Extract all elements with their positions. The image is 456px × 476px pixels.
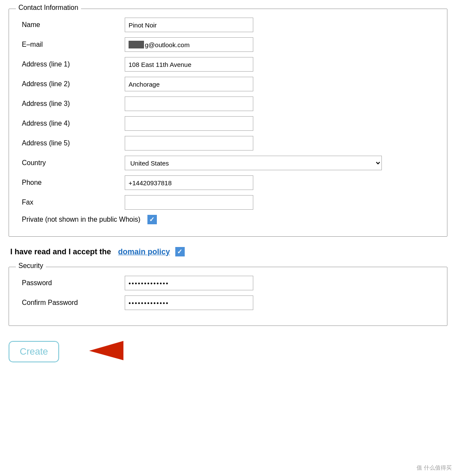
fax-input[interactable] xyxy=(125,195,253,210)
address1-input[interactable] xyxy=(125,57,253,72)
address3-label: Address (line 3) xyxy=(22,100,125,108)
watermark: 值 什么值得买 xyxy=(417,464,452,472)
fax-row: Fax xyxy=(22,195,434,210)
confirm-password-row: Confirm Password xyxy=(22,295,434,310)
private-row: Private (not shown in the public Whois) xyxy=(22,215,434,224)
address3-row: Address (line 3) xyxy=(22,96,434,111)
address4-row: Address (line 4) xyxy=(22,116,434,131)
svg-marker-0 xyxy=(89,341,123,360)
address5-input[interactable] xyxy=(125,136,253,151)
address2-row: Address (line 2) xyxy=(22,77,434,91)
address5-row: Address (line 5) xyxy=(22,136,434,151)
create-button[interactable]: Create xyxy=(9,341,59,362)
arrow-container xyxy=(72,339,123,365)
domain-policy-row: I have read and I accept the domain poli… xyxy=(9,247,447,256)
country-label: Country xyxy=(22,159,125,167)
fax-label: Fax xyxy=(22,199,125,206)
name-row: Name xyxy=(22,18,434,32)
email-row: E–mail g@outlook.com xyxy=(22,37,434,52)
domain-policy-text-before: I have read and I accept the xyxy=(10,247,111,256)
domain-policy-link[interactable]: domain policy xyxy=(118,247,170,256)
contact-information-section: Contact Information Name E–mail g@outloo… xyxy=(9,9,447,237)
private-checkbox[interactable] xyxy=(147,215,157,224)
phone-input[interactable] xyxy=(125,175,253,190)
email-input[interactable]: g@outlook.com xyxy=(125,37,253,52)
password-input[interactable] xyxy=(125,276,253,290)
password-row: Password xyxy=(22,276,434,290)
confirm-password-input[interactable] xyxy=(125,295,253,310)
address1-label: Address (line 1) xyxy=(22,60,125,68)
country-row: Country United States Canada United King… xyxy=(22,156,434,170)
security-section: Security Password Confirm Password xyxy=(9,267,447,326)
address1-row: Address (line 1) xyxy=(22,57,434,72)
phone-label: Phone xyxy=(22,179,125,187)
redacted-block xyxy=(129,41,144,48)
email-label: E–mail xyxy=(22,41,125,48)
name-input[interactable] xyxy=(125,18,253,32)
address3-input[interactable] xyxy=(125,96,253,111)
domain-policy-checkbox[interactable] xyxy=(175,247,185,256)
private-label: Private (not shown in the public Whois) xyxy=(22,216,141,223)
password-label: Password xyxy=(22,279,125,287)
name-label: Name xyxy=(22,21,125,29)
email-suffix: g@outlook.com xyxy=(145,41,189,48)
security-legend: Security xyxy=(16,262,46,270)
contact-section-legend: Contact Information xyxy=(16,4,81,12)
address2-label: Address (line 2) xyxy=(22,80,125,88)
phone-row: Phone xyxy=(22,175,434,190)
arrow-icon xyxy=(72,339,123,365)
address4-label: Address (line 4) xyxy=(22,120,125,127)
address4-input[interactable] xyxy=(125,116,253,131)
address5-label: Address (line 5) xyxy=(22,139,125,147)
country-select[interactable]: United States Canada United Kingdom Aust… xyxy=(125,156,382,170)
confirm-password-label: Confirm Password xyxy=(22,299,125,307)
address2-input[interactable] xyxy=(125,77,253,91)
create-row: Create xyxy=(9,339,447,365)
